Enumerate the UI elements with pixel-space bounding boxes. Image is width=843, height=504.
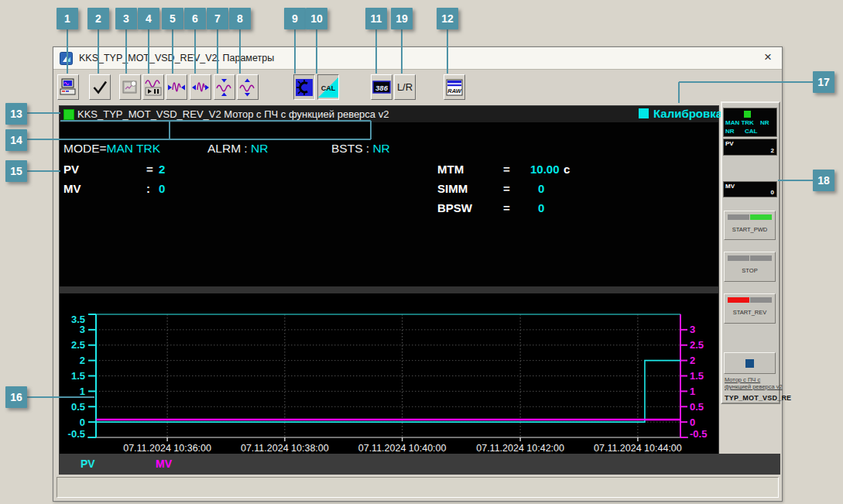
- trend-pause-icon: [144, 78, 163, 97]
- trend-compress-h-button[interactable]: [166, 74, 187, 100]
- kks-title: KKS_TYP_MOT_VSD_REV_V2 Мотор с ПЧ с функ…: [77, 108, 389, 120]
- raw-icon: RAW: [446, 78, 463, 97]
- bsts-label: BSTS :: [331, 142, 369, 155]
- rs386-button[interactable]: 386: [371, 74, 392, 100]
- faceplate-panel: MAN TRK NR NR CAL PV 2 MV 0 START_PWD: [721, 101, 780, 404]
- svg-text:0.5: 0.5: [71, 401, 85, 413]
- faceplate-mv-value: 0: [771, 189, 774, 196]
- mtm-separator: =: [503, 163, 510, 176]
- parameters-window: KKS_TYP_MOT_VSD_REV_V2. Параметры ×: [53, 46, 783, 502]
- callout-marker-7: 7: [207, 8, 228, 29]
- alrm-label: ALRM :: [207, 142, 248, 155]
- pv-value[interactable]: 2: [159, 163, 165, 176]
- simm-label: SIMM: [437, 182, 468, 195]
- svg-text:07.11.2024 10:44:00: 07.11.2024 10:44:00: [594, 443, 682, 454]
- stop-square-button[interactable]: [724, 352, 776, 374]
- faceplate-tag: TYP_MOT_VSD_RE: [725, 394, 791, 402]
- callout-marker-17: 17: [813, 71, 834, 93]
- svg-text:0.5: 0.5: [690, 401, 704, 413]
- faceplate-pv-value: 2: [771, 147, 774, 154]
- raw-data-button[interactable]: RAW: [444, 74, 465, 100]
- bsts-value: NR: [372, 142, 389, 155]
- stop-label: STOP: [725, 267, 775, 274]
- trend-expand-h-button[interactable]: [190, 74, 211, 100]
- params-area: MODE=MAN TRK ALRM : NR BSTS : NR PV = 2 …: [60, 122, 718, 286]
- trend-shrink-v-button[interactable]: [214, 74, 235, 100]
- lr-toggle-button[interactable]: L/R: [394, 74, 416, 100]
- panel-separator: [60, 286, 718, 293]
- callout-marker-5: 5: [162, 8, 183, 29]
- start-pwd-label: START_PWD: [725, 226, 775, 233]
- callout-marker-12: 12: [437, 8, 458, 29]
- close-icon[interactable]: ×: [760, 50, 776, 65]
- svg-text:1: 1: [80, 386, 85, 397]
- color-settings-button[interactable]: [293, 74, 315, 100]
- callout-marker-15: 15: [5, 160, 27, 182]
- callout-marker-18: 18: [813, 170, 834, 191]
- svg-text:3: 3: [690, 324, 695, 335]
- trend-stretch-v-icon: [238, 78, 257, 97]
- mtm-unit: c: [564, 163, 570, 176]
- simm-value[interactable]: 0: [538, 182, 544, 195]
- faceplate-mv-label: MV: [725, 183, 735, 190]
- svg-text:2: 2: [690, 355, 695, 366]
- status-bar: [57, 477, 779, 498]
- svg-text:-0.5: -0.5: [68, 428, 85, 440]
- start-rev-button[interactable]: START_REV: [724, 293, 776, 324]
- mode-value: MAN TRK: [107, 142, 160, 155]
- start-pwd-button[interactable]: START_PWD: [724, 211, 776, 240]
- faceplate-alrm: NR: [760, 119, 769, 126]
- faceplate-link-line2[interactable]: функцией реверса v2: [725, 383, 783, 390]
- mv-value[interactable]: 0: [159, 182, 165, 195]
- chart-image-icon: [122, 79, 139, 96]
- parameters-panel: KKS_TYP_MOT_VSD_REV_V2 Мотор с ПЧ с функ…: [59, 105, 719, 454]
- confirm-button[interactable]: [89, 74, 111, 100]
- alrm-field: ALRM : NR: [207, 142, 268, 156]
- bpsw-value[interactable]: 0: [538, 201, 544, 214]
- callout-marker-13: 13: [5, 103, 27, 125]
- calibration-indicator: [639, 108, 649, 118]
- faceplate-link-line1[interactable]: Мотор с ПЧ с: [725, 376, 760, 383]
- callout-marker-6: 6: [184, 8, 206, 29]
- chart-image-button[interactable]: [119, 74, 141, 100]
- trend-stretch-v-button[interactable]: [237, 74, 259, 100]
- callout-marker-19: 19: [391, 8, 413, 29]
- svg-text:386: 386: [375, 83, 389, 91]
- calibration-button[interactable]: CAL: [317, 74, 339, 100]
- callout-marker-11: 11: [365, 8, 387, 29]
- callout-marker-8: 8: [229, 8, 251, 29]
- faceplate-status-indicator: [744, 111, 751, 118]
- alrm-value: NR: [251, 142, 268, 155]
- window-title: KKS_TYP_MOT_VSD_REV_V2. Параметры: [79, 53, 274, 63]
- svg-text:07.11.2024 10:42:00: 07.11.2024 10:42:00: [476, 443, 564, 454]
- faceplate-pv-label: PV: [725, 140, 734, 147]
- rs386-icon: 386: [372, 78, 391, 97]
- bsts-field: BSTS : NR: [331, 142, 390, 156]
- print-screen-button[interactable]: [57, 74, 79, 100]
- legend-mv[interactable]: MV: [156, 458, 172, 470]
- svg-text:RAW: RAW: [447, 87, 461, 94]
- callout-marker-2: 2: [87, 8, 109, 29]
- legend-pv[interactable]: PV: [81, 458, 95, 470]
- svg-text:2.5: 2.5: [71, 339, 85, 351]
- bpsw-label: BPSW: [437, 201, 472, 214]
- status-indicator: [63, 109, 74, 120]
- callout-marker-9: 9: [284, 8, 306, 29]
- mode-field: MODE=MAN TRK: [63, 142, 160, 156]
- svg-text:1: 1: [690, 386, 695, 397]
- pv-label: PV: [63, 163, 79, 176]
- stop-square-icon: [745, 359, 754, 368]
- svg-text:-0.5: -0.5: [690, 428, 707, 440]
- trend-pause-button[interactable]: [142, 74, 164, 100]
- faceplate-bsts: NR: [725, 128, 735, 135]
- trend-shrink-v-icon: [215, 78, 234, 97]
- callout-line-18: [778, 180, 813, 181]
- start-pwd-bar: [728, 214, 772, 220]
- callout-marker-16: 16: [5, 386, 27, 408]
- toolbar: CAL 386 L/R RAW: [53, 70, 782, 105]
- stop-button[interactable]: STOP: [724, 252, 776, 282]
- mtm-value[interactable]: 10.00: [530, 163, 560, 176]
- callout-marker-10: 10: [306, 8, 327, 29]
- panel-header: KKS_TYP_MOT_VSD_REV_V2 Мотор с ПЧ с функ…: [60, 106, 718, 122]
- faceplate-cal: CAL: [745, 128, 757, 135]
